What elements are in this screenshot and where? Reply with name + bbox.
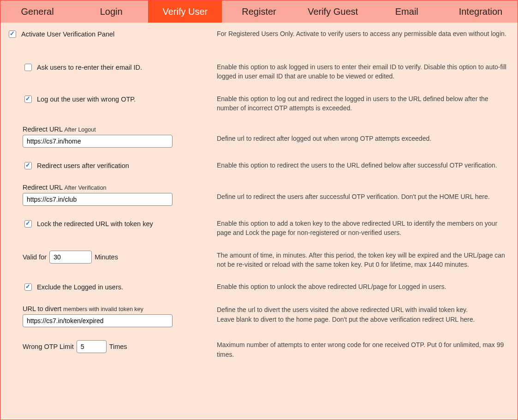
- tab-verify-guest[interactable]: Verify Guest: [296, 0, 370, 23]
- exclude-logged-desc: Enable this option to unlock the above r…: [217, 282, 511, 292]
- redirect-logout-desc: Define url to redirect after logged out …: [217, 126, 511, 148]
- wrong-limit-desc: Maximum number of attempts to enter wron…: [217, 340, 511, 359]
- tab-login[interactable]: Login: [74, 0, 148, 23]
- valid-for-suffix: Minutes: [95, 253, 118, 261]
- redirect-verify-label: Redirect URL After Verification: [23, 184, 208, 191]
- lock-token-label: Lock the redirected URL with token key: [37, 220, 153, 228]
- redirect-verify-input[interactable]: [23, 193, 173, 206]
- divert-url-desc: Define the url to divert the users visit…: [217, 305, 511, 327]
- lock-token-checkbox[interactable]: [24, 220, 32, 228]
- logout-wrong-otp-label: Log out the user with wrong OTP.: [37, 96, 136, 103]
- wrong-limit-prefix: Wrong OTP Limit: [23, 343, 74, 350]
- redirect-logout-input[interactable]: [23, 135, 173, 148]
- wrong-limit-suffix: Times: [109, 343, 127, 350]
- tab-verify-user[interactable]: Verify User: [148, 0, 222, 23]
- divert-url-label: URL to divert members with invalid token…: [23, 305, 208, 312]
- redirect-verify-desc: Define url to redirect the users after s…: [217, 184, 511, 206]
- redirect-after-verify-label: Redirect users after verification: [37, 162, 129, 169]
- exclude-logged-checkbox[interactable]: [24, 283, 32, 291]
- tab-email[interactable]: Email: [370, 0, 444, 23]
- reenter-email-desc: Enable this option to ask logged in user…: [217, 62, 511, 81]
- logout-wrong-otp-checkbox[interactable]: [24, 96, 32, 103]
- tab-integration[interactable]: Integration: [444, 0, 518, 23]
- reenter-email-label: Ask users to re-enter their email ID.: [37, 64, 142, 71]
- wrong-limit-input[interactable]: [77, 340, 107, 353]
- redirect-logout-label: Redirect URL After Logout: [23, 126, 208, 133]
- activate-desc: For Registered Users Only. Activate to v…: [217, 29, 511, 39]
- tab-general[interactable]: General: [0, 0, 74, 23]
- lock-token-desc: Enable this option to add a token key to…: [217, 219, 511, 238]
- redirect-after-verify-checkbox[interactable]: [24, 162, 32, 169]
- valid-for-desc: The amount of time, in minutes. After th…: [217, 251, 511, 270]
- valid-for-prefix: Valid for: [23, 253, 47, 261]
- logout-wrong-otp-desc: Enable this option to log out and redire…: [217, 94, 511, 113]
- redirect-after-verify-desc: Enable this option to redirect the users…: [217, 161, 511, 171]
- reenter-email-checkbox[interactable]: [24, 64, 32, 71]
- exclude-logged-label: Exclude the Logged in users.: [37, 283, 123, 291]
- divert-url-input[interactable]: [23, 314, 173, 327]
- tab-register[interactable]: Register: [222, 0, 296, 23]
- activate-checkbox[interactable]: [9, 30, 16, 38]
- tab-bar: General Login Verify User Register Verif…: [0, 0, 518, 23]
- valid-for-input[interactable]: [49, 251, 92, 264]
- activate-label: Activate User Verification Panel: [21, 30, 114, 38]
